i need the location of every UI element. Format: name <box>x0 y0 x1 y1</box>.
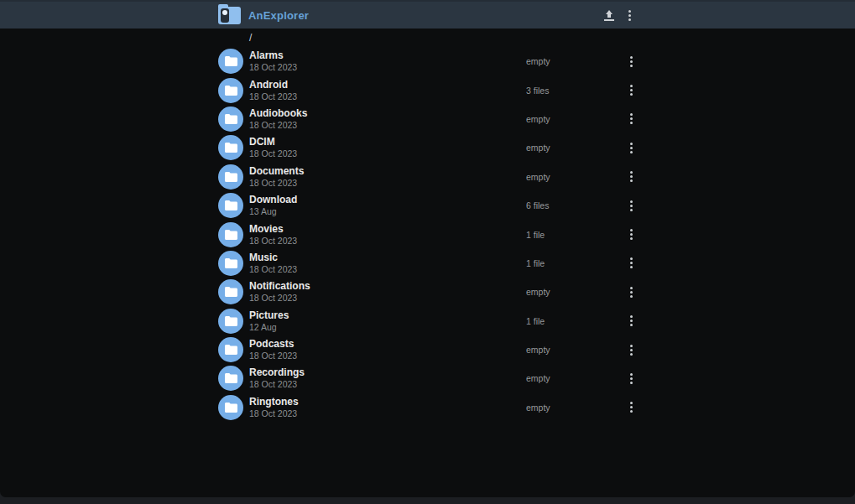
item-overflow-button[interactable] <box>623 136 639 159</box>
folder-summary: empty <box>526 114 623 124</box>
folder-avatar <box>218 78 243 103</box>
vertical-ellipsis-icon <box>630 229 633 240</box>
folder-summary: 1 file <box>526 316 623 326</box>
folder-avatar <box>218 337 243 362</box>
folder-date: 18 Oct 2023 <box>249 178 526 188</box>
folder-summary: 1 file <box>526 230 623 240</box>
item-overflow-button[interactable] <box>623 223 639 247</box>
folder-icon <box>225 143 237 153</box>
vertical-ellipsis-icon <box>630 200 633 211</box>
folder-icon <box>225 86 237 96</box>
overflow-menu-button[interactable] <box>619 3 639 27</box>
list-item[interactable]: Documents 18 Oct 2023 empty <box>216 163 639 191</box>
folder-name: Recordings <box>249 367 526 378</box>
list-item[interactable]: Notifications 18 Oct 2023 empty <box>216 278 639 306</box>
breadcrumb[interactable]: / <box>216 29 639 47</box>
folder-summary: empty <box>526 373 623 383</box>
list-item[interactable]: Pictures 12 Aug 1 file <box>216 307 639 335</box>
folder-text-block: DCIM 18 Oct 2023 <box>249 137 526 158</box>
list-item[interactable]: Music 18 Oct 2023 1 file <box>216 249 639 278</box>
list-item[interactable]: Ringtones 18 Oct 2023 empty <box>216 393 639 422</box>
folder-summary: empty <box>526 56 623 66</box>
folder-icon <box>225 114 237 124</box>
folder-name: Podcasts <box>249 339 526 350</box>
folder-name: Music <box>249 252 526 263</box>
folder-list: Alarms 18 Oct 2023 empty Android 18 Oct … <box>216 47 639 422</box>
item-overflow-button[interactable] <box>623 252 639 275</box>
upload-eject-button[interactable] <box>599 3 619 27</box>
folder-name: Documents <box>249 166 526 177</box>
vertical-ellipsis-icon <box>630 56 633 67</box>
folder-date: 18 Oct 2023 <box>249 62 526 72</box>
folder-name: Notifications <box>249 281 526 292</box>
vertical-ellipsis-icon <box>630 345 633 356</box>
folder-avatar <box>218 107 243 132</box>
vertical-ellipsis-icon <box>630 257 633 268</box>
folder-summary: empty <box>526 143 623 153</box>
folder-date: 18 Oct 2023 <box>249 91 526 101</box>
folder-avatar <box>218 309 243 334</box>
vertical-ellipsis-icon <box>630 171 633 182</box>
list-item[interactable]: Podcasts 18 Oct 2023 empty <box>216 335 639 364</box>
folder-date: 18 Oct 2023 <box>249 408 526 418</box>
folder-text-block: Android 18 Oct 2023 <box>249 80 526 101</box>
list-item[interactable]: Android 18 Oct 2023 3 files <box>216 75 639 104</box>
folder-text-block: Music 18 Oct 2023 <box>249 252 526 274</box>
item-overflow-button[interactable] <box>623 366 639 390</box>
folder-text-block: Podcasts 18 Oct 2023 <box>249 339 526 361</box>
folder-name: Pictures <box>249 310 526 321</box>
item-overflow-button[interactable] <box>623 165 639 189</box>
list-item[interactable]: Audiobooks 18 Oct 2023 empty <box>216 105 639 133</box>
vertical-ellipsis-icon <box>630 113 633 124</box>
item-overflow-button[interactable] <box>623 49 639 73</box>
bottom-system-bar <box>0 496 855 504</box>
app-content: AnExplorer / A <box>0 0 855 497</box>
folder-date: 18 Oct 2023 <box>249 379 526 389</box>
folder-text-block: Ringtones 18 Oct 2023 <box>249 397 526 418</box>
folder-icon <box>225 403 237 413</box>
list-item[interactable]: Alarms 18 Oct 2023 empty <box>216 47 639 75</box>
vertical-ellipsis-icon <box>630 287 633 298</box>
item-overflow-button[interactable] <box>623 280 639 304</box>
item-overflow-button[interactable] <box>623 194 639 217</box>
folder-name: Movies <box>249 224 526 235</box>
vertical-ellipsis-icon <box>630 402 633 413</box>
item-overflow-button[interactable] <box>623 396 639 419</box>
folder-name: DCIM <box>249 137 526 148</box>
folder-avatar <box>218 395 243 420</box>
folder-icon <box>225 172 237 182</box>
app-window: AnExplorer / A <box>0 0 855 504</box>
folder-avatar <box>218 279 243 304</box>
folder-date: 18 Oct 2023 <box>249 293 526 303</box>
list-item[interactable]: Download 13 Aug 6 files <box>216 191 639 220</box>
folder-date: 13 Aug <box>249 206 526 216</box>
folder-summary: empty <box>526 403 623 413</box>
list-item[interactable]: Movies 18 Oct 2023 1 file <box>216 220 639 248</box>
folder-date: 18 Oct 2023 <box>249 148 526 158</box>
folder-text-block: Recordings 18 Oct 2023 <box>249 367 526 389</box>
item-overflow-button[interactable] <box>623 338 639 361</box>
list-item[interactable]: Recordings 18 Oct 2023 empty <box>216 364 639 392</box>
item-overflow-button[interactable] <box>623 309 639 333</box>
folder-date: 18 Oct 2023 <box>249 120 526 130</box>
vertical-ellipsis-icon <box>630 85 633 96</box>
folder-name: Download <box>249 195 526 205</box>
folder-name: Ringtones <box>249 397 526 408</box>
app-title: AnExplorer <box>248 9 309 22</box>
list-item[interactable]: DCIM 18 Oct 2023 empty <box>216 133 639 162</box>
folder-icon <box>225 200 237 210</box>
breadcrumb-path: / <box>249 32 252 44</box>
folder-icon <box>225 373 237 383</box>
folder-date: 18 Oct 2023 <box>249 351 526 361</box>
item-overflow-button[interactable] <box>623 107 639 131</box>
folder-avatar <box>218 49 243 74</box>
folder-text-block: Movies 18 Oct 2023 <box>249 224 526 246</box>
folder-name: Audiobooks <box>249 108 526 119</box>
folder-avatar <box>218 366 243 391</box>
folder-summary: empty <box>526 345 623 355</box>
folder-icon <box>225 316 237 326</box>
folder-summary: empty <box>526 172 623 182</box>
item-overflow-button[interactable] <box>623 79 639 102</box>
folder-text-block: Notifications 18 Oct 2023 <box>249 281 526 303</box>
folder-icon <box>225 345 237 355</box>
